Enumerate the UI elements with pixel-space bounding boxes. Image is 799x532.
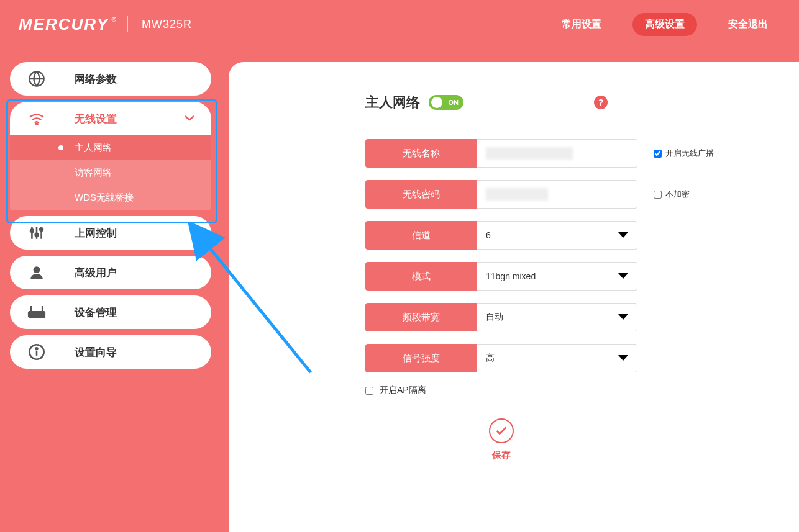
- select-bandwidth[interactable]: 自动: [477, 303, 637, 331]
- select-signal[interactable]: 高: [477, 344, 637, 372]
- label-bandwidth: 频段带宽: [365, 303, 477, 331]
- ap-isolation-checkbox[interactable]: [365, 387, 373, 395]
- row-ssid: 无线名称 开启无线广播: [365, 139, 763, 168]
- toggle-knob: [431, 97, 442, 108]
- svg-point-2: [30, 229, 34, 232]
- row-signal: 信号强度 高: [365, 344, 763, 372]
- save-section: 保存: [365, 418, 637, 461]
- main-panel: 主人网络 ON ? 无线名称 开启无线广播 无线密码 不加密 信道 6: [229, 62, 799, 532]
- broadcast-checkbox[interactable]: [654, 150, 662, 158]
- chevron-down-icon: [618, 271, 628, 281]
- divider: [127, 16, 128, 32]
- wireless-submenu: 主人网络 访客网络 WDS无线桥接: [10, 135, 211, 210]
- ap-isolation-label: 开启AP隔离: [380, 385, 426, 396]
- chevron-down-icon: [618, 353, 628, 363]
- check-broadcast[interactable]: 开启无线广播: [654, 148, 714, 159]
- submenu-host-network[interactable]: 主人网络: [10, 135, 211, 160]
- label-mode: 模式: [365, 262, 477, 291]
- model-name: MW325R: [142, 18, 192, 31]
- chevron-down-icon: [184, 113, 195, 124]
- redacted-value: [486, 147, 573, 160]
- svg-rect-6: [29, 312, 45, 317]
- svg-point-5: [34, 266, 40, 273]
- row-mode: 模式 11bgn mixed: [365, 262, 763, 291]
- sidebar: 网络参数 无线设置 主人网络 访客网络 WDS无线桥接 上网控制 高级用户 设备…: [10, 62, 211, 375]
- page-title: 主人网络: [365, 93, 420, 112]
- router-icon: [26, 302, 47, 323]
- svg-point-8: [35, 348, 37, 349]
- sidebar-item-label: 上网控制: [75, 226, 117, 240]
- save-button[interactable]: [489, 418, 514, 443]
- wifi-icon: [26, 108, 47, 129]
- globe-icon: [26, 68, 47, 89]
- sidebar-item-access-control[interactable]: 上网控制: [10, 216, 211, 250]
- row-password: 无线密码 不加密: [365, 180, 763, 209]
- sidebar-item-network[interactable]: 网络参数: [10, 62, 211, 96]
- label-channel: 信道: [365, 221, 477, 250]
- network-toggle[interactable]: ON: [429, 95, 463, 110]
- save-label: 保存: [492, 449, 511, 461]
- nav-advanced-settings[interactable]: 高级设置: [632, 13, 697, 36]
- row-ap-isolation: 开启AP隔离: [365, 385, 763, 396]
- sidebar-item-advanced-user[interactable]: 高级用户: [10, 256, 211, 289]
- help-icon[interactable]: ?: [594, 96, 608, 109]
- sidebar-item-label: 设备管理: [75, 305, 117, 320]
- brand-logo: MERCURY: [19, 15, 109, 34]
- sidebar-item-label: 网络参数: [75, 72, 117, 86]
- sidebar-item-label: 设置向导: [75, 345, 117, 359]
- label-ssid: 无线名称: [365, 139, 477, 168]
- input-ssid[interactable]: [477, 139, 637, 168]
- chevron-down-icon: [618, 312, 628, 322]
- toggle-label: ON: [449, 99, 459, 106]
- section-header: 主人网络 ON ?: [365, 93, 763, 112]
- svg-point-3: [35, 233, 39, 237]
- nav-common-settings[interactable]: 常用设置: [549, 13, 614, 36]
- svg-point-4: [40, 228, 43, 231]
- submenu-guest-network[interactable]: 访客网络: [10, 160, 211, 185]
- info-icon: [26, 341, 47, 363]
- sidebar-item-setup-wizard[interactable]: 设置向导: [10, 335, 211, 369]
- user-icon: [26, 262, 47, 283]
- submenu-wds-bridge[interactable]: WDS无线桥接: [10, 185, 211, 210]
- row-channel: 信道 6: [365, 221, 763, 250]
- select-channel[interactable]: 6: [477, 221, 637, 250]
- noencrypt-checkbox[interactable]: [654, 191, 662, 199]
- sidebar-item-label: 无线设置: [75, 112, 117, 126]
- sidebar-item-label: 高级用户: [75, 266, 117, 280]
- check-noencrypt[interactable]: 不加密: [654, 189, 690, 200]
- sidebar-item-wireless[interactable]: 无线设置: [10, 102, 211, 135]
- svg-point-1: [35, 124, 37, 125]
- header: MERCURY MW325R 常用设置 高级设置 安全退出: [0, 0, 799, 48]
- redacted-value: [486, 188, 548, 201]
- row-bandwidth: 频段带宽 自动: [365, 303, 763, 331]
- header-nav: 常用设置 高级设置 安全退出: [549, 13, 780, 36]
- nav-logout[interactable]: 安全退出: [716, 13, 780, 36]
- chevron-down-icon: [618, 230, 628, 240]
- label-signal: 信号强度: [365, 344, 477, 372]
- sidebar-item-device-mgmt[interactable]: 设备管理: [10, 295, 211, 329]
- select-mode[interactable]: 11bgn mixed: [477, 262, 637, 291]
- sliders-icon: [26, 222, 47, 243]
- input-password[interactable]: [477, 180, 637, 209]
- label-password: 无线密码: [365, 180, 477, 209]
